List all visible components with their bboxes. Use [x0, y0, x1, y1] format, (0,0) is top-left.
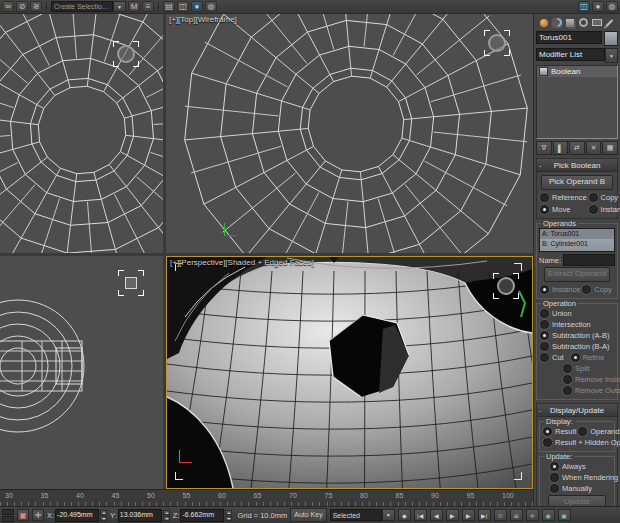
rollout-header-display-update[interactable]: - Display/Update	[537, 404, 617, 417]
object-name-field[interactable]: Torus001	[536, 31, 602, 44]
named-selection-set-combo[interactable]: Create Selection Set ▼	[51, 1, 126, 12]
tab-utilities-icon[interactable]	[604, 17, 616, 29]
render-iterative-icon[interactable]: ◍	[606, 1, 618, 12]
align-icon[interactable]: ≡	[142, 1, 154, 12]
operand-b[interactable]: B: Cylinder001	[540, 239, 614, 249]
show-end-result-button[interactable]: ▌	[553, 141, 569, 155]
radio-extract-instance[interactable]: Instance	[539, 284, 581, 295]
radio-intersection[interactable]: Intersection	[539, 319, 615, 330]
material-editor-icon[interactable]: ●	[191, 1, 203, 12]
graph-editors-icon[interactable]: ◫	[177, 1, 189, 12]
auto-key-button[interactable]: Auto Key	[290, 508, 326, 522]
radio-subtraction-a-b[interactable]: Subtraction (A-B)	[539, 330, 615, 341]
track-bar[interactable]: 3035404550556065707580859095100	[0, 489, 533, 506]
radio-instance[interactable]: Instance	[588, 204, 620, 215]
radio-manually[interactable]: Manually	[542, 483, 612, 494]
viewport-top-left[interactable]	[0, 14, 163, 253]
collapse-icon[interactable]: -	[539, 406, 542, 415]
configure-modifier-sets-button[interactable]: ▦	[602, 141, 618, 155]
chevron-down-icon[interactable]: ▼	[113, 1, 126, 12]
tab-create-icon[interactable]	[538, 17, 550, 29]
radio-always[interactable]: Always	[542, 461, 612, 472]
zoom-extents-icon[interactable]: ⊞	[510, 509, 523, 521]
radio-copy[interactable]: Copy	[588, 192, 620, 203]
render-setup-icon[interactable]: ◍	[205, 1, 217, 12]
tab-hierarchy-icon[interactable]	[564, 17, 576, 29]
radio-cut[interactable]: Cut Refine	[539, 352, 615, 363]
selected-circle-helper[interactable]	[484, 30, 510, 56]
selected-circle-helper[interactable]	[113, 41, 139, 67]
chevron-down-icon[interactable]: ▼	[382, 509, 395, 521]
radio-cut-refine[interactable]: Refine	[571, 353, 605, 362]
radio-reference[interactable]: Reference	[539, 192, 588, 203]
modifier-list-dropdown[interactable]: Modifier List	[536, 48, 605, 61]
chevron-down-icon[interactable]: ▼	[605, 48, 618, 63]
radio-move[interactable]: Move	[539, 204, 588, 215]
tab-display-icon[interactable]	[591, 17, 603, 29]
previous-frame-button[interactable]: ◀	[430, 509, 443, 521]
viewport-top[interactable]: [+][Top][Wireframe]	[166, 14, 533, 253]
go-to-start-button[interactable]: |◀	[414, 509, 427, 521]
object-color-swatch[interactable]	[604, 31, 618, 46]
x-spinner[interactable]	[100, 510, 107, 521]
radio-when-rendering[interactable]: When Rendering	[542, 472, 612, 483]
selected-field[interactable]: Selected	[330, 509, 382, 521]
radio-cut-remove-outside[interactable]: Remove Outside	[539, 385, 615, 396]
rollout-header-pick-boolean[interactable]: - Pick Boolean	[537, 159, 617, 172]
bind-to-space-warp-icon[interactable]: ≋	[30, 1, 42, 12]
radio-cut-split[interactable]: Split	[539, 363, 615, 374]
collapse-icon[interactable]: -	[539, 161, 542, 170]
modifier-stack[interactable]: Boolean	[536, 65, 618, 139]
tab-modify-icon[interactable]	[551, 17, 563, 29]
make-unique-button[interactable]: ⇄	[569, 141, 585, 155]
rendered-frame-window-icon[interactable]: ◫	[578, 1, 590, 12]
viewport-splitter-vertical[interactable]	[163, 14, 166, 489]
selection-lock-icon[interactable]: ▣	[17, 509, 29, 521]
go-to-end-button[interactable]: ▶|	[478, 509, 491, 521]
pan-icon[interactable]: ✛	[526, 509, 539, 521]
selected-circle-helper[interactable]	[493, 273, 519, 299]
radio-cut-remove-inside[interactable]: Remove Inside	[539, 374, 615, 385]
radio-result[interactable]: Result	[542, 426, 577, 437]
maxscript-mini-listener[interactable]	[2, 509, 14, 522]
tab-motion-icon[interactable]	[578, 17, 590, 29]
selected-box-helper[interactable]	[118, 270, 144, 296]
play-button[interactable]: ▶	[446, 509, 459, 521]
operand-name-field[interactable]	[563, 254, 615, 266]
radio-subtraction-b-a[interactable]: Subtraction (B-A)	[539, 341, 615, 352]
next-frame-button[interactable]: ▶	[462, 509, 475, 521]
render-production-icon[interactable]: ●	[592, 1, 604, 12]
viewport-perspective[interactable]: [+][Perspective][Shaded + Edged Faces]	[166, 256, 533, 489]
operands-list[interactable]: A: Torus001 B: Cylinder001	[539, 228, 615, 252]
maximize-viewport-icon[interactable]: ▣	[558, 509, 571, 521]
radio-extract-copy[interactable]: Copy	[581, 284, 615, 295]
radio-operands-display[interactable]: Operands	[577, 426, 620, 437]
key-mode-toggle-icon[interactable]: ◆	[398, 509, 411, 521]
layer-manager-icon[interactable]: ▤	[163, 1, 175, 12]
y-spinner[interactable]	[163, 510, 170, 521]
zoom-icon[interactable]: ⊙	[494, 509, 507, 521]
viewport-splitter-horizontal[interactable]	[0, 253, 533, 256]
mirror-icon[interactable]: M	[128, 1, 140, 12]
unlink-selection-icon[interactable]: ⊘	[16, 1, 28, 12]
x-coordinate-field[interactable]: -20.495mm	[55, 509, 99, 522]
viewport-label-perspective[interactable]: [+][Perspective][Shaded + Edged Faces]	[170, 258, 314, 267]
radio-union[interactable]: Union	[539, 308, 615, 319]
y-coordinate-field[interactable]: 13.036mm	[118, 509, 162, 522]
viewport-label-top[interactable]: [+][Top][Wireframe]	[169, 15, 237, 24]
modifier-stack-item[interactable]: Boolean	[537, 66, 617, 77]
selection-set-field[interactable]: Create Selection Set	[51, 1, 113, 12]
viewport-bottom-left[interactable]	[0, 256, 163, 489]
operand-a[interactable]: A: Torus001	[540, 229, 614, 239]
radio-result-hidden-ops[interactable]: Result + Hidden Ops	[542, 437, 612, 448]
z-coordinate-field[interactable]: -6.662mm	[180, 509, 224, 522]
pick-operand-b-button[interactable]: Pick Operand B	[541, 175, 613, 190]
pin-stack-button[interactable]: ∇	[536, 141, 552, 155]
selection-filter-combo[interactable]: Selected ▼	[330, 509, 395, 521]
z-spinner[interactable]	[225, 510, 232, 521]
absolute-offset-toggle-icon[interactable]: ✛	[32, 509, 44, 521]
select-and-link-icon[interactable]: ∞	[2, 1, 14, 12]
orbit-icon[interactable]: ◉	[542, 509, 555, 521]
extract-operand-button[interactable]: Extract Operand	[544, 267, 610, 282]
remove-modifier-button[interactable]: ✕	[586, 141, 602, 155]
